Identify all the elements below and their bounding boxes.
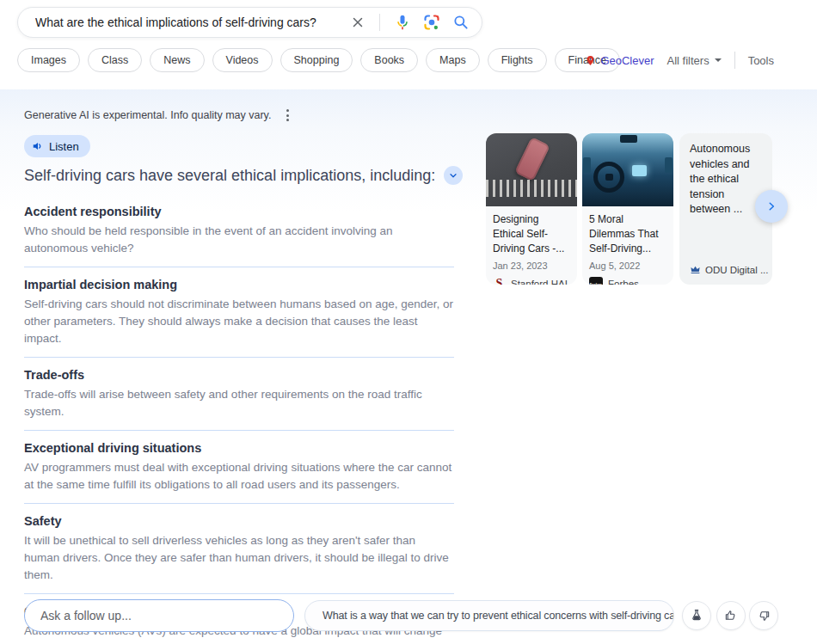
- section-divider: [24, 357, 454, 358]
- lens-icon[interactable]: [423, 14, 440, 31]
- section-body: Who should be held responsible in the ev…: [24, 223, 454, 257]
- section-divider: [24, 430, 454, 431]
- thumbs-down-button[interactable]: [749, 601, 778, 630]
- source-card-forbes[interactable]: 5 Moral Dilemmas That Self-Driving... Au…: [582, 133, 673, 285]
- suggested-follow-up-chip[interactable]: What is a way that we can try to prevent…: [304, 600, 674, 631]
- tab-news[interactable]: News: [150, 48, 204, 72]
- more-options-icon[interactable]: [285, 107, 291, 123]
- section-title: Trade-offs: [24, 368, 454, 383]
- search-filter-tabs: Images Class News Videos Shopping Books …: [17, 48, 620, 72]
- search-icon[interactable]: [452, 14, 470, 31]
- card-title: Autonomous vehicles and the ethical tens…: [690, 142, 762, 218]
- speaker-icon: [32, 140, 44, 152]
- ai-answer-heading: Self-driving cars have several ethical i…: [24, 167, 435, 185]
- tab-class[interactable]: Class: [88, 48, 142, 72]
- answer-section: Accident responsibility Who should be he…: [24, 205, 454, 267]
- listen-button[interactable]: Listen: [24, 135, 90, 157]
- card-source: Forbes: [608, 279, 639, 285]
- section-divider: [24, 267, 454, 267]
- experiment-feedback-button[interactable]: [682, 601, 711, 630]
- clear-icon[interactable]: [350, 15, 366, 30]
- location-pin-icon: [585, 55, 596, 66]
- geoclever-link[interactable]: GeoClever: [585, 54, 654, 67]
- card-thumbnail: [582, 133, 673, 206]
- stanford-logo-icon: S: [493, 277, 506, 285]
- search-input[interactable]: What are the ethical implications of sel…: [35, 15, 350, 29]
- tools-button[interactable]: Tools: [748, 54, 774, 67]
- card-thumbnail: [486, 133, 577, 206]
- answer-section: Exceptional driving situations AV progra…: [24, 441, 454, 504]
- chevron-down-icon: [448, 170, 458, 181]
- toolbar-divider: [734, 52, 735, 69]
- tab-shopping[interactable]: Shopping: [280, 48, 353, 72]
- chevron-right-icon: [765, 200, 777, 212]
- tab-videos[interactable]: Videos: [212, 48, 273, 72]
- section-body: AV programmers must deal with exceptiona…: [24, 459, 454, 494]
- card-title: Designing Ethical Self-Driving Cars -...: [493, 212, 570, 256]
- geoclever-label: GeoClever: [600, 54, 654, 67]
- section-body: It will be unethical to sell driverless …: [24, 532, 454, 584]
- ai-disclaimer-text: Generative AI is experimental. Info qual…: [24, 109, 271, 121]
- tab-maps[interactable]: Maps: [426, 48, 480, 72]
- card-source: ODU Digital ...: [705, 265, 769, 275]
- tab-images[interactable]: Images: [17, 48, 80, 72]
- section-title: Accident responsibility: [24, 205, 454, 219]
- ai-answer-sections: Accident responsibility Who should be he…: [24, 205, 454, 644]
- flask-icon: [690, 609, 703, 623]
- follow-up-input[interactable]: [24, 599, 294, 632]
- suggestion-text: What is a way that we can try to prevent…: [322, 610, 674, 622]
- card-date: Aug 5, 2022: [589, 261, 666, 271]
- all-filters-dropdown[interactable]: All filters: [667, 54, 722, 67]
- card-date: Jan 23, 2023: [493, 261, 570, 271]
- tab-flights[interactable]: Flights: [488, 48, 547, 72]
- section-body: Trade-offs will arise between safety and…: [24, 386, 454, 420]
- searchbar-divider: [379, 14, 380, 31]
- collapse-answer-button[interactable]: [444, 166, 463, 185]
- answer-section: Impartial decision making Self-driving c…: [24, 278, 454, 358]
- chevron-down-icon: [715, 58, 722, 62]
- section-title: Safety: [24, 514, 454, 529]
- section-title: Exceptional driving situations: [24, 441, 454, 456]
- section-divider: [24, 503, 454, 504]
- section-body: Self-driving cars should not discriminat…: [24, 296, 454, 347]
- odu-crown-icon: [690, 264, 701, 275]
- section-divider: [24, 593, 454, 594]
- generative-ai-panel: Generative AI is experimental. Info qual…: [0, 89, 817, 644]
- google-sge-results-page: What are the ethical implications of sel…: [0, 0, 817, 644]
- next-cards-button[interactable]: [755, 190, 788, 223]
- card-source: Stanford HAI: [511, 279, 568, 285]
- thumbs-up-icon: [724, 609, 738, 623]
- forbes-logo-icon: Forbes: [589, 277, 603, 285]
- search-bar[interactable]: What are the ethical implications of sel…: [17, 7, 482, 38]
- voice-search-icon[interactable]: [394, 14, 411, 31]
- answer-section: Trade-offs Trade-offs will arise between…: [24, 368, 454, 431]
- source-card-stanford[interactable]: Designing Ethical Self-Driving Cars -...…: [486, 133, 577, 285]
- card-title: 5 Moral Dilemmas That Self-Driving...: [589, 212, 666, 256]
- tab-books[interactable]: Books: [360, 48, 418, 72]
- thumbs-up-button[interactable]: [716, 601, 746, 630]
- section-title: Impartial decision making: [24, 278, 454, 292]
- answer-section: Safety It will be unethical to sell driv…: [24, 514, 454, 594]
- thumbs-down-icon: [757, 609, 771, 623]
